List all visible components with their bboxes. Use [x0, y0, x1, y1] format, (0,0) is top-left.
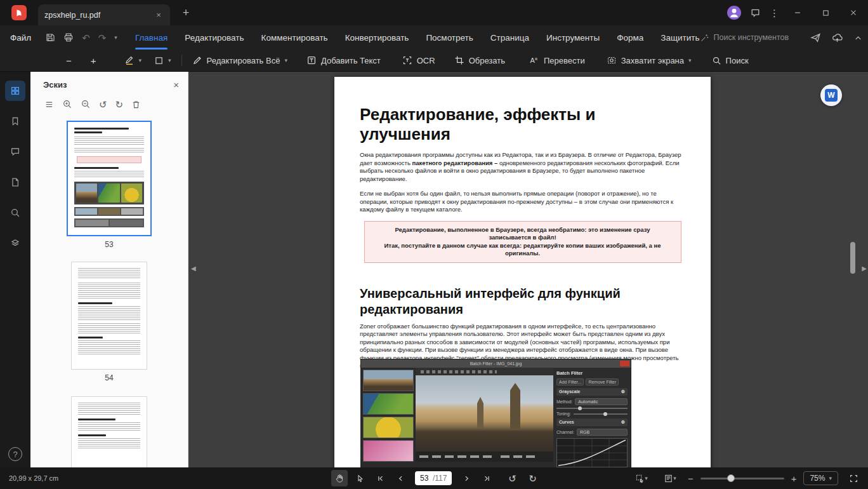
- thumbnail-page-54[interactable]: [71, 262, 147, 370]
- sidebar-bookmarks-icon[interactable]: [5, 111, 25, 131]
- print-icon[interactable]: [63, 32, 74, 43]
- sidebar-attachments-icon[interactable]: [5, 172, 25, 192]
- last-page-button[interactable]: [478, 470, 495, 486]
- crop-button[interactable]: Обрезать: [454, 55, 505, 65]
- previous-page-button[interactable]: [392, 470, 409, 486]
- redo-icon[interactable]: ↷: [98, 33, 107, 43]
- vertical-scrollbar[interactable]: [850, 72, 855, 467]
- thumbnail-page-54-number: 54: [30, 370, 188, 387]
- scrollbar-thumb[interactable]: [850, 242, 855, 274]
- cloud-upload-icon[interactable]: [832, 32, 843, 43]
- tool-search-placeholder: Поиск инструментов: [714, 33, 789, 42]
- rotate-left-icon[interactable]: ↺: [99, 100, 107, 109]
- doc-paragraph-1: Окна редактирования программы доступны к…: [360, 151, 685, 183]
- document-viewport[interactable]: Редактирование, эффекты и улучшения Окна…: [188, 72, 868, 467]
- thumbnail-options-icon[interactable]: [44, 100, 54, 109]
- tab-page[interactable]: Страница: [490, 25, 529, 50]
- save-icon[interactable]: [45, 32, 55, 43]
- tab-edit[interactable]: Редактировать: [185, 25, 244, 50]
- next-page-button[interactable]: [458, 470, 475, 486]
- hand-tool-button[interactable]: [331, 470, 348, 486]
- feedback-chat-icon[interactable]: [750, 8, 761, 18]
- thumbnail-panel: Эскиз × ↺ ↻: [30, 72, 188, 467]
- embedded-method-label: Method:: [556, 399, 572, 404]
- undo-icon[interactable]: ↶: [82, 33, 90, 43]
- zoom-slider-handle[interactable]: [727, 474, 735, 482]
- collapse-panel-left-arrow[interactable]: ◀: [191, 265, 196, 272]
- screen-capture-label: Захватит экрана: [621, 56, 684, 65]
- translate-button[interactable]: Aя Перевести: [529, 55, 585, 65]
- doc-heading-2: Универсальный интерфейс для функций реда…: [360, 286, 685, 318]
- thumbnail-page-53[interactable]: [67, 121, 152, 236]
- embedded-toning-label: Toning:: [556, 412, 571, 416]
- tab-close-icon[interactable]: ×: [154, 10, 164, 20]
- new-tab-button[interactable]: +: [179, 6, 193, 20]
- sidebar-thumbnails-icon[interactable]: [5, 81, 25, 101]
- zoom-out-button[interactable]: −: [688, 474, 694, 483]
- statusbar: 20,99 x 29,7 cm /117 ↺ ↻ ▾: [0, 467, 868, 489]
- sidebar-search-icon[interactable]: [5, 203, 25, 223]
- appearance-pen-dropdown[interactable]: ▾: [124, 55, 142, 65]
- current-page-input[interactable]: [420, 474, 433, 483]
- select-tool-button[interactable]: [352, 470, 368, 486]
- first-page-button[interactable]: [372, 470, 388, 486]
- shape-style-dropdown[interactable]: ▾: [154, 56, 171, 65]
- menu-file[interactable]: Файл: [10, 33, 31, 43]
- fullscreen-button[interactable]: [845, 470, 862, 486]
- tab-comment[interactable]: Комментировать: [261, 25, 328, 50]
- collapse-panel-right-arrow[interactable]: ▶: [862, 265, 867, 272]
- zoom-slider[interactable]: [700, 478, 784, 479]
- rotate-right-icon[interactable]: ↻: [115, 100, 124, 109]
- zoom-level-dropdown[interactable]: 75% ▾: [803, 471, 838, 485]
- embedded-close-button: [620, 361, 629, 366]
- thumbnail-page-55[interactable]: [71, 396, 147, 467]
- add-text-button[interactable]: Добавить Текст: [306, 55, 381, 65]
- rotate-view-left-button[interactable]: ↺: [504, 470, 520, 486]
- tab-tools[interactable]: Инструменты: [546, 25, 600, 50]
- ocr-label: OCR: [417, 56, 435, 65]
- share-icon[interactable]: [810, 32, 821, 43]
- collapse-toolbar-chevron-icon[interactable]: [853, 33, 863, 43]
- embedded-channel-label: Channel:: [556, 430, 574, 434]
- add-text-label: Добавить Текст: [321, 56, 381, 65]
- sidebar-comments-icon[interactable]: [5, 142, 25, 162]
- thumbnail-page-53-number: 53: [30, 236, 188, 254]
- pdf-page-53[interactable]: Редактирование, эффекты и улучшения Окна…: [334, 77, 711, 467]
- thumbnail-zoom-out-icon[interactable]: [81, 99, 91, 109]
- window-minimize-button[interactable]: [788, 4, 807, 22]
- page-number-box[interactable]: /117: [415, 471, 452, 485]
- quick-toolbar-caret-icon[interactable]: ▾: [114, 35, 117, 41]
- window-maximize-button[interactable]: [816, 4, 835, 22]
- increase-button[interactable]: +: [91, 56, 96, 65]
- tab-convert[interactable]: Конвертировать: [345, 25, 409, 50]
- home-toolbar: − + ▾ ▾ Редактировать Всё ▾ Добавить Тек…: [0, 50, 868, 72]
- embedded-batch-filter-screenshot[interactable]: Batch Filter - IMG_041.jpg: [360, 359, 631, 467]
- embedded-remove-filter-button: Remove Filter: [586, 378, 619, 385]
- tab-form[interactable]: Форма: [617, 25, 643, 50]
- tool-search[interactable]: Поиск инструментов: [700, 33, 789, 43]
- more-options-icon[interactable]: ⋮: [770, 8, 779, 18]
- rotate-view-right-button[interactable]: ↻: [524, 470, 541, 486]
- screen-capture-button[interactable]: Захватит экрана ▾: [607, 55, 692, 65]
- zoom-in-button[interactable]: +: [791, 474, 797, 483]
- delete-page-icon[interactable]: [131, 100, 141, 109]
- page-layout-dropdown[interactable]: ▾: [659, 470, 681, 486]
- translate-widget-button[interactable]: W: [820, 84, 842, 106]
- tab-protect[interactable]: Защитить: [661, 25, 699, 50]
- window-close-button[interactable]: [844, 4, 863, 22]
- doc-warning-line1: Редактирование, выполненное в Браузере, …: [374, 226, 672, 242]
- help-button[interactable]: ?: [8, 447, 22, 461]
- tab-view[interactable]: Посмотреть: [426, 25, 473, 50]
- tab-home[interactable]: Главная: [135, 25, 168, 50]
- decrease-button[interactable]: −: [66, 56, 72, 65]
- ocr-button[interactable]: OCR: [402, 55, 435, 65]
- thumbnail-zoom-in-icon[interactable]: [62, 99, 72, 109]
- view-mode-dropdown[interactable]: ▾: [631, 470, 652, 486]
- edit-all-button[interactable]: Редактировать Всё ▾: [192, 55, 287, 65]
- account-avatar[interactable]: [727, 6, 741, 20]
- caret-down-icon: ▾: [673, 476, 676, 481]
- document-tab[interactable]: zpsxhelp_ru.pdf ×: [38, 4, 170, 25]
- thumbnail-panel-close-icon[interactable]: ×: [173, 79, 179, 90]
- search-button[interactable]: Поиск: [712, 56, 749, 65]
- sidebar-layers-icon[interactable]: [5, 233, 25, 253]
